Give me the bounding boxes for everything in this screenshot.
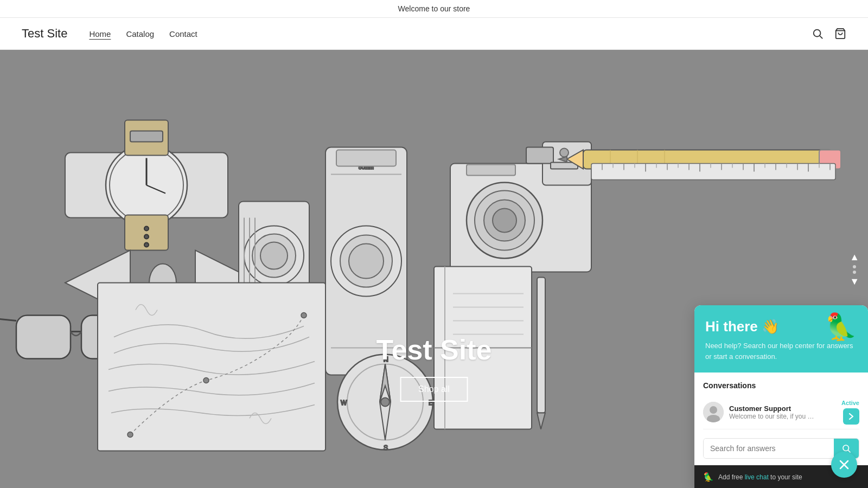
chat-footer-text: Add free live chat to your site xyxy=(718,473,802,481)
header: Test Site Home Catalog Contact xyxy=(0,18,868,50)
search-input[interactable] xyxy=(704,439,834,458)
scroll-dot-1 xyxy=(853,265,856,268)
announcement-bar: Welcome to our store xyxy=(0,0,868,18)
svg-rect-55 xyxy=(98,283,326,451)
parrot-emoji: 🦜 xyxy=(825,312,857,342)
header-left: Test Site Home Catalog Contact xyxy=(22,27,197,41)
conversation-meta: Active xyxy=(841,400,859,425)
svg-point-19 xyxy=(260,242,288,269)
svg-point-57 xyxy=(203,378,209,383)
svg-text:W: W xyxy=(341,399,347,407)
conversations-label: Conversations xyxy=(703,381,859,390)
svg-rect-33 xyxy=(526,147,553,164)
conversation-preview: Welcome to our site, if you ne... xyxy=(729,413,816,420)
svg-rect-75 xyxy=(591,164,835,180)
close-icon xyxy=(838,459,850,471)
scroll-down-button[interactable]: ▼ xyxy=(850,276,859,287)
search-button[interactable] xyxy=(812,28,824,40)
nav-item-home[interactable]: Home xyxy=(89,29,111,38)
conversation-avatar xyxy=(703,402,724,422)
svg-point-38 xyxy=(560,149,569,157)
main-nav: Home Catalog Contact xyxy=(89,29,197,38)
cart-button[interactable] xyxy=(834,28,846,40)
arrow-right-icon xyxy=(847,413,855,420)
svg-point-58 xyxy=(301,313,307,318)
svg-rect-48 xyxy=(537,278,545,413)
svg-point-11 xyxy=(144,227,149,231)
svg-rect-14 xyxy=(130,131,163,142)
svg-rect-30 xyxy=(336,150,396,166)
chat-close-button[interactable] xyxy=(831,452,857,478)
svg-line-1 xyxy=(820,36,822,38)
hero-section: 50mm xyxy=(0,50,868,488)
svg-point-37 xyxy=(493,209,516,233)
conversations-section: Conversations Customer Support Welcome t… xyxy=(694,373,868,434)
svg-point-13 xyxy=(144,243,149,247)
active-badge: Active xyxy=(841,400,859,406)
conversation-info: Customer Support Welcome to our site, if… xyxy=(729,404,836,420)
shop-all-button[interactable]: Shop all xyxy=(400,377,468,402)
svg-rect-50 xyxy=(16,316,71,359)
scroll-dot-2 xyxy=(853,271,856,274)
conversation-open-button[interactable] xyxy=(843,408,859,425)
svg-point-101 xyxy=(843,445,849,451)
scroll-up-button[interactable]: ▲ xyxy=(850,252,859,263)
svg-point-12 xyxy=(144,235,149,239)
nav-item-contact[interactable]: Contact xyxy=(169,29,197,38)
svg-point-0 xyxy=(814,30,821,37)
header-icons xyxy=(812,28,846,40)
search-icon xyxy=(812,28,824,40)
scroll-indicator: ▲ ▼ xyxy=(850,252,859,287)
nav-item-catalog[interactable]: Catalog xyxy=(126,29,154,38)
chat-header: 🦜 Hi there 👋 Need help? Search our help … xyxy=(694,305,868,373)
conversation-name: Customer Support xyxy=(729,404,836,413)
footer-parrot-emoji: 🦜 xyxy=(703,472,714,482)
live-chat-link[interactable]: live chat xyxy=(745,473,769,481)
svg-point-99 xyxy=(710,406,717,414)
svg-point-26 xyxy=(349,244,384,279)
svg-text:S: S xyxy=(384,444,388,452)
hero-title: Test Site xyxy=(376,333,492,366)
svg-point-56 xyxy=(127,432,133,438)
svg-rect-40 xyxy=(467,165,515,176)
conversation-item[interactable]: Customer Support Welcome to our site, if… xyxy=(703,395,859,429)
cart-icon xyxy=(834,28,846,40)
announcement-text: Welcome to our store xyxy=(398,4,470,13)
hero-content: Test Site Shop all xyxy=(376,333,492,402)
chat-subtext: Need help? Search our help center for an… xyxy=(705,341,857,362)
site-logo: Test Site xyxy=(22,27,67,41)
